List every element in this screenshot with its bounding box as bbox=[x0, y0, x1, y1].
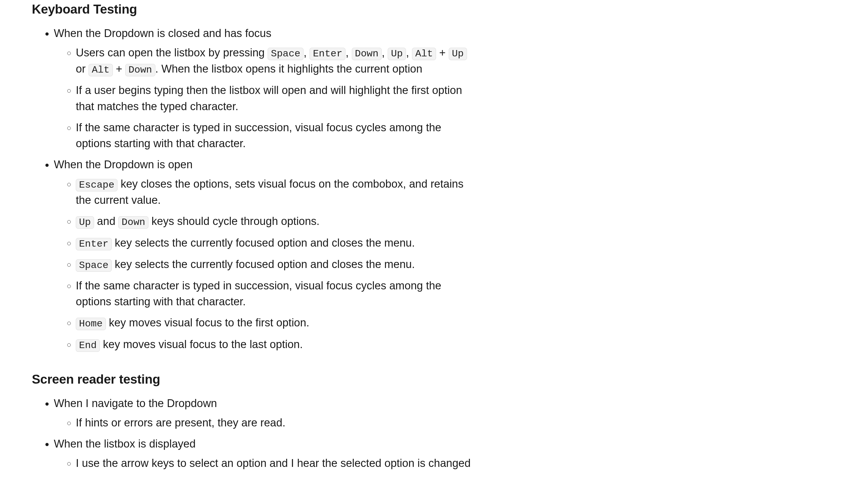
text-fragment: key moves visual focus to the first opti… bbox=[106, 317, 309, 329]
closed-state-sublist: Users can open the listbox by pressing S… bbox=[54, 45, 477, 152]
enter-select-item: Enter key selects the currently focused … bbox=[76, 235, 477, 251]
listbox-displayed-sublist: I use the arrow keys to select an option… bbox=[54, 455, 477, 471]
closed-state-item: When the Dropdown is closed and has focu… bbox=[54, 26, 477, 152]
down-key: Down bbox=[125, 64, 155, 76]
text-fragment: . When the listbox opens it highlights t… bbox=[155, 63, 423, 75]
same-char-cycle-item: If the same character is typed in succes… bbox=[76, 278, 477, 310]
home-key: Home bbox=[76, 318, 106, 330]
home-key-item: Home key moves visual focus to the first… bbox=[76, 315, 477, 331]
navigate-sublist: If hints or errors are present, they are… bbox=[54, 415, 477, 431]
text-fragment: , bbox=[345, 46, 351, 59]
text-fragment: key closes the options, sets visual focu… bbox=[76, 178, 464, 206]
text-fragment: key selects the currently focused option… bbox=[112, 258, 415, 270]
up-down-cycle-item: Up and Down keys should cycle through op… bbox=[76, 214, 477, 230]
closed-state-title: When the Dropdown is closed and has focu… bbox=[54, 26, 477, 41]
open-listbox-item: Users can open the listbox by pressing S… bbox=[76, 45, 477, 77]
down-key: Down bbox=[118, 216, 148, 229]
keyboard-testing-heading: Keyboard Testing bbox=[32, 0, 477, 19]
listbox-displayed-title: When the listbox is displayed bbox=[54, 436, 477, 452]
up-key: Up bbox=[449, 48, 467, 60]
up-key: Up bbox=[76, 216, 94, 229]
text-fragment: or bbox=[76, 63, 89, 75]
text-fragment: + bbox=[436, 46, 448, 59]
typing-opens-item: If a user begins typing then the listbox… bbox=[76, 83, 477, 114]
down-key: Down bbox=[352, 48, 382, 60]
open-state-item: When the Dropdown is open Escape key clo… bbox=[54, 157, 477, 353]
end-key: End bbox=[76, 339, 100, 352]
text-fragment: + bbox=[113, 63, 125, 75]
arrow-keys-item: I use the arrow keys to select an option… bbox=[76, 455, 477, 471]
listbox-displayed-item: When the listbox is displayed I use the … bbox=[54, 436, 477, 471]
escape-key: Escape bbox=[76, 179, 118, 191]
screen-reader-heading: Screen reader testing bbox=[32, 370, 477, 389]
navigate-title: When I navigate to the Dropdown bbox=[54, 395, 477, 412]
hints-errors-item: If hints or errors are present, they are… bbox=[76, 415, 477, 431]
text-fragment: , bbox=[382, 46, 388, 59]
enter-key: Enter bbox=[310, 48, 345, 60]
text-fragment: key moves visual focus to the last optio… bbox=[100, 338, 303, 350]
escape-key-item: Escape key closes the options, sets visu… bbox=[76, 176, 477, 208]
text-fragment: , bbox=[304, 46, 310, 59]
document-page: Keyboard Testing When the Dropdown is cl… bbox=[0, 0, 509, 471]
text-fragment: Users can open the listbox by pressing bbox=[76, 46, 268, 59]
space-select-item: Space key selects the currently focused … bbox=[76, 256, 477, 272]
space-key: Space bbox=[268, 48, 304, 60]
text-fragment: , bbox=[406, 46, 412, 59]
space-key: Space bbox=[76, 259, 112, 272]
same-char-cycle-item: If the same character is typed in succes… bbox=[76, 120, 477, 152]
screen-reader-list: When I navigate to the Dropdown If hints… bbox=[32, 395, 477, 471]
end-key-item: End key moves visual focus to the last o… bbox=[76, 336, 477, 353]
keyboard-testing-list: When the Dropdown is closed and has focu… bbox=[32, 26, 477, 353]
alt-key: Alt bbox=[89, 64, 113, 76]
text-fragment: and bbox=[94, 215, 119, 227]
up-key: Up bbox=[388, 48, 406, 60]
text-fragment: key selects the currently focused option… bbox=[112, 237, 415, 249]
navigate-item: When I navigate to the Dropdown If hints… bbox=[54, 395, 477, 431]
open-state-sublist: Escape key closes the options, sets visu… bbox=[54, 176, 477, 353]
alt-key: Alt bbox=[412, 48, 436, 60]
open-state-title: When the Dropdown is open bbox=[54, 157, 477, 172]
text-fragment: keys should cycle through options. bbox=[148, 215, 319, 227]
enter-key: Enter bbox=[76, 238, 112, 250]
